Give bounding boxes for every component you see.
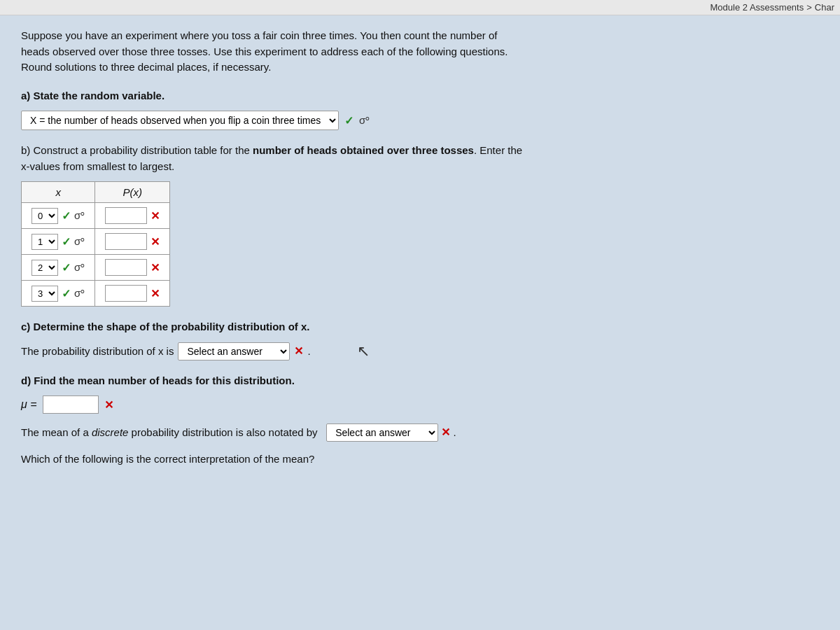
part-c-shape-select[interactable]: Select an answer symmetric skewed left s… — [178, 342, 290, 360]
x-sigma-1: σᵒ — [74, 235, 85, 248]
mean-text-italic: discrete — [92, 426, 129, 438]
px-xmark-2: ✕ — [150, 261, 160, 274]
x-select-2[interactable]: 0123 — [31, 260, 58, 276]
part-a-section: a) State the random variable. X = the nu… — [21, 88, 819, 131]
part-d-section: d) Find the mean number of heads for thi… — [21, 373, 819, 468]
part-b-section: b) Construct a probability distribution … — [21, 143, 819, 307]
interp-label-row: Which of the following is the correct in… — [21, 451, 819, 468]
px-xmark-3: ✕ — [150, 287, 160, 300]
mu-input[interactable] — [43, 396, 99, 414]
intro-line1: Suppose you have an experiment where you… — [21, 29, 497, 41]
x-sigma-2: σᵒ — [74, 261, 85, 274]
px-cell-0: ✕ — [95, 203, 170, 229]
px-input-0[interactable] — [105, 207, 147, 224]
breadcrumb-page: Char — [815, 2, 834, 13]
content-area: Suppose you have an experiment where you… — [0, 15, 840, 630]
mean-text-before: The mean of a — [21, 426, 89, 438]
px-input-1[interactable] — [105, 233, 147, 250]
intro-paragraph: Suppose you have an experiment where you… — [21, 28, 819, 76]
px-cell-2: ✕ — [95, 255, 170, 281]
part-b-label: b) Construct a probability distribution … — [21, 143, 819, 174]
part-a-check-icon: ✓ — [344, 114, 354, 127]
px-input-3[interactable] — [105, 285, 147, 302]
x-check-1: ✓ — [62, 235, 71, 248]
x-sigma-3: σᵒ — [74, 287, 85, 300]
part-a-label: a) State the random variable. — [21, 88, 819, 104]
mu-row: μ = ✕ — [21, 396, 819, 414]
mean-notation-select[interactable]: Select an answer μ E(X) x̄ — [326, 424, 438, 442]
mean-text-end: . — [453, 426, 456, 438]
x-cell-2: 0123 ✓ σᵒ — [22, 255, 95, 281]
px-cell-3: ✕ — [95, 281, 170, 307]
mean-notation-row: The mean of a discrete probability distr… — [21, 424, 819, 442]
part-c-text-after: . — [307, 345, 310, 357]
x-check-3: ✓ — [62, 287, 71, 300]
part-a-row: X = the number of heads observed when yo… — [21, 111, 819, 130]
part-c-text-before: The probability distribution of x is — [21, 345, 174, 357]
col-x-header: x — [22, 182, 95, 203]
mu-symbol: μ = — [21, 398, 37, 411]
table-row: 0123 ✓ σᵒ ✕ — [22, 255, 170, 281]
table-row: 0123 ✓ σᵒ ✕ — [22, 203, 170, 229]
cursor-icon: ↖ — [357, 342, 370, 360]
part-a-sigma-icon: σᵒ — [359, 114, 370, 127]
interp-label: Which of the following is the correct in… — [21, 453, 314, 465]
x-select-0[interactable]: 0123 — [31, 208, 58, 224]
x-select-3[interactable]: 0123 — [31, 286, 58, 302]
col-px-header: P(x) — [95, 182, 170, 203]
x-select-1[interactable]: 0123 — [31, 234, 58, 250]
table-row: 0123 ✓ σᵒ ✕ — [22, 281, 170, 307]
x-check-0: ✓ — [62, 209, 71, 223]
mean-text-after: probability distribution is also notated… — [132, 426, 318, 438]
part-a-select[interactable]: X = the number of heads observed when yo… — [21, 111, 339, 130]
x-cell-3: 0123 ✓ σᵒ — [22, 281, 95, 307]
breadcrumb-module: Module 2 Assessments — [710, 2, 804, 13]
intro-line3: Round solutions to three decimal places,… — [21, 61, 271, 73]
x-cell-0: 0123 ✓ σᵒ — [22, 203, 95, 229]
x-cell-1: 0123 ✓ σᵒ — [22, 229, 95, 255]
mean-notation-xmark: ✕ — [441, 426, 450, 438]
mu-xmark: ✕ — [104, 398, 113, 412]
table-row: 0123 ✓ σᵒ ✕ — [22, 229, 170, 255]
part-d-label: d) Find the mean number of heads for thi… — [21, 373, 819, 389]
px-input-2[interactable] — [105, 259, 147, 276]
px-cell-1: ✕ — [95, 229, 170, 255]
part-c-label: c) Determine the shape of the probabilit… — [21, 319, 819, 335]
part-c-section: c) Determine the shape of the probabilit… — [21, 319, 819, 360]
x-check-2: ✓ — [62, 261, 71, 274]
top-bar: Module 2 Assessments > Char — [0, 0, 840, 15]
part-c-xmark: ✕ — [294, 344, 303, 358]
intro-line2: heads observed over those three tosses. … — [21, 46, 507, 57]
px-xmark-1: ✕ — [150, 235, 160, 248]
x-sigma-0: σᵒ — [74, 209, 85, 222]
px-xmark-0: ✕ — [150, 209, 160, 223]
probability-table: x P(x) 0123 ✓ σᵒ — [21, 181, 170, 307]
breadcrumb-separator: > — [806, 2, 812, 13]
table-header-row: x P(x) — [22, 182, 170, 203]
part-c-row: The probability distribution of x is Sel… — [21, 342, 819, 360]
breadcrumb: Module 2 Assessments > Char — [710, 2, 834, 13]
